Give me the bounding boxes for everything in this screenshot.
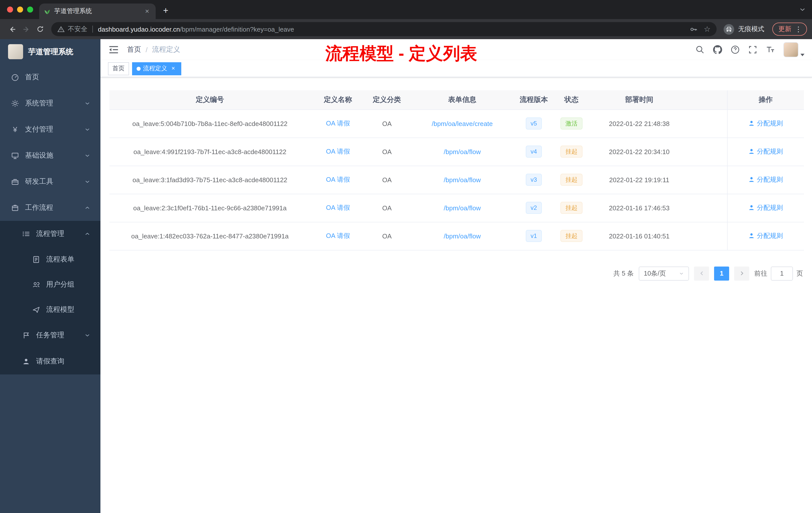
minimize-window-button[interactable] [17,6,23,12]
page-content: 定义编号 定义名称 定义分类 表单信息 流程版本 状态 部署时间 操作 [100,77,812,513]
form-link[interactable]: /bpm/oa/flow [444,176,481,183]
user-icon [749,233,755,239]
cell-spacer [687,222,727,250]
status-badge: 激活 [560,117,582,129]
col-status: 状态 [551,90,591,110]
col-spacer [687,90,727,110]
help-icon[interactable] [731,45,740,54]
sidebar-item-task-management[interactable]: 任务管理 [0,322,100,349]
security-label: 不安全 [68,25,87,34]
status-badge: 挂起 [560,230,582,242]
logo-title: 芋道管理系统 [28,47,73,57]
pagination-total: 共 5 条 [613,269,634,278]
cell-category: OA [366,138,408,165]
tag-process-definition[interactable]: 流程定义 × [132,62,181,75]
sidebar-item-leave-query[interactable]: 请假查询 [0,349,100,374]
definition-name-link[interactable]: OA 请假 [326,119,350,127]
forward-button[interactable] [19,22,33,36]
new-tab-button[interactable]: + [159,3,173,18]
col-process-version: 流程版本 [516,90,551,110]
cell-spacer [687,165,727,194]
chrome-update-menu-button[interactable]: 更新 ⋮ [772,23,807,36]
goto-label: 前往 [754,269,767,278]
sidebar-item-process-model[interactable]: 流程模型 [0,297,100,322]
tab-close-icon[interactable]: × [143,7,151,15]
github-icon[interactable] [713,45,722,54]
page-number-1[interactable]: 1 [714,266,729,280]
version-tag: v1 [525,230,542,242]
font-size-icon[interactable] [766,45,775,54]
update-label: 更新 [778,25,791,34]
tag-label: 首页 [113,64,124,73]
assign-rule-button[interactable]: 分配规则 [749,203,783,212]
browser-tab[interactable]: 芋道管理系统 × [39,3,156,19]
goto-unit: 页 [796,269,803,278]
goto-page-input[interactable] [771,266,793,280]
breadcrumb-home[interactable]: 首页 [127,45,141,54]
incognito-label: 无痕模式 [738,25,764,34]
fullscreen-icon[interactable] [748,45,757,54]
definition-name-link[interactable]: OA 请假 [326,148,350,155]
close-icon[interactable]: × [170,65,177,72]
sidebar-item-label: 流程管理 [36,230,64,238]
chevron-right-icon [739,271,745,276]
users-icon [32,280,40,289]
sidebar: 芋道管理系统 首页 系统管理 ¥ 支付管理 基础设施 [0,39,100,513]
form-link[interactable]: /bpm/oa/flow [444,148,481,155]
col-actions: 操作 [727,90,804,110]
bookmark-star-icon[interactable]: ☆ [704,25,710,34]
form-link[interactable]: /bpm/oa/flow [444,204,481,212]
workflow-submenu: 流程管理 流程表单 用户分组 流程模型 任务管理 [0,221,100,374]
chevron-down-icon [84,332,90,338]
address-bar[interactable]: 不安全 dashboard.yudao.iocoder.cn /bpm/mana… [51,22,717,36]
sidebar-item-dev-tools[interactable]: 研发工具 [0,169,100,195]
app-logo[interactable]: 芋道管理系统 [0,39,100,64]
sidebar-item-infrastructure[interactable]: 基础设施 [0,143,100,169]
page-size-select[interactable]: 10条/页 [639,266,689,280]
dashboard-icon [11,73,19,81]
key-icon[interactable] [689,25,698,33]
prev-page-button[interactable] [694,266,709,280]
sidebar-item-label: 基础设施 [25,151,53,160]
breadcrumb-current: 流程定义 [152,45,180,54]
sidebar-item-system[interactable]: 系统管理 [0,90,100,117]
sidebar-item-user-group[interactable]: 用户分组 [0,272,100,297]
url-path: /bpm/manager/definition?key=oa_leave [180,25,294,33]
reload-button[interactable] [33,22,47,36]
user-icon [22,357,30,365]
search-icon[interactable] [696,45,704,54]
collapse-sidebar-icon[interactable] [108,44,119,55]
briefcase-icon [11,204,19,212]
form-link[interactable]: /bpm/oa/flow [444,232,481,240]
back-button[interactable] [5,22,19,36]
sidebar-item-payment[interactable]: ¥ 支付管理 [0,117,100,143]
sidebar-item-home[interactable]: 首页 [0,64,100,90]
assign-rule-button[interactable]: 分配规则 [749,147,783,156]
sidebar-item-workflow[interactable]: 工作流程 [0,195,100,221]
assign-rule-button[interactable]: 分配规则 [749,175,783,184]
chevron-up-icon [84,231,90,237]
chevron-up-icon [84,205,90,211]
sidebar-item-process-management[interactable]: 流程管理 [0,221,100,247]
sidebar-item-process-form[interactable]: 流程表单 [0,247,100,272]
close-window-button[interactable] [7,6,13,12]
status-badge: 挂起 [560,174,582,186]
tab-search-icon[interactable] [799,6,806,13]
definition-name-link[interactable]: OA 请假 [326,232,350,239]
cell-category: OA [366,110,408,138]
next-page-button[interactable] [734,266,749,280]
col-definition-id: 定义编号 [110,90,310,110]
zoom-window-button[interactable] [27,6,33,12]
tag-home[interactable]: 首页 [108,62,129,75]
assign-rule-button[interactable]: 分配规则 [749,232,783,240]
user-menu[interactable] [783,42,805,57]
warning-icon [57,25,65,33]
definition-name-link[interactable]: OA 请假 [326,176,350,183]
annotation-title: 流程模型 - 定义列表 [325,42,477,65]
table-row: oa_leave:1:482ec033-762a-11ec-8477-a2380… [110,222,804,250]
form-link[interactable]: /bpm/oa/leave/create [432,120,493,127]
cell-deploy-time: 2022-01-22 19:19:11 [591,165,687,194]
cell-category: OA [366,165,408,194]
definition-name-link[interactable]: OA 请假 [326,204,350,211]
assign-rule-button[interactable]: 分配规则 [749,119,783,128]
